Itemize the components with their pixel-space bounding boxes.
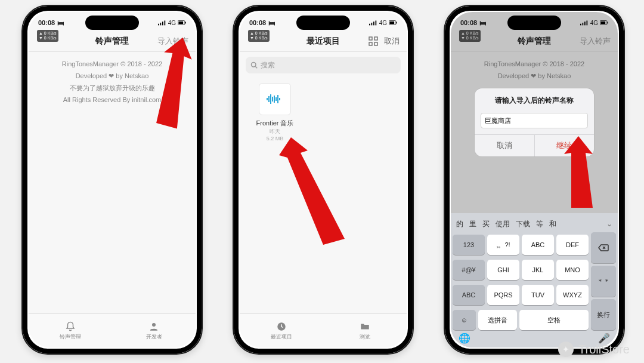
tab-label: 开发者 bbox=[146, 333, 162, 341]
svg-rect-13 bbox=[397, 22, 397, 24]
file-date: 昨天 bbox=[254, 128, 296, 135]
status-time: 00:08 bbox=[38, 19, 55, 26]
page-title: 铃声管理 bbox=[95, 36, 129, 47]
svg-rect-24 bbox=[272, 97, 273, 101]
dynamic-island bbox=[507, 16, 561, 30]
battery-icon bbox=[389, 20, 397, 26]
svg-rect-10 bbox=[373, 21, 374, 25]
wechat-icon: ✦ bbox=[558, 342, 574, 357]
tab-recents[interactable]: 最近项目 bbox=[240, 314, 323, 347]
signal-icon bbox=[369, 20, 377, 26]
key-jkl[interactable]: JKL bbox=[522, 260, 554, 280]
tab-browse[interactable]: 浏览 bbox=[323, 314, 407, 347]
svg-rect-22 bbox=[268, 96, 270, 102]
key-ghi[interactable]: GHI bbox=[487, 260, 519, 280]
chevron-down-icon[interactable]: ⌄ bbox=[606, 220, 612, 228]
candidate[interactable]: 的 bbox=[456, 219, 463, 229]
key-punct[interactable]: ,。?! bbox=[487, 235, 519, 255]
page-title: 最近项目 bbox=[306, 36, 340, 47]
svg-rect-3 bbox=[164, 21, 165, 26]
svg-rect-17 bbox=[369, 42, 372, 45]
key-mno[interactable]: MNO bbox=[556, 260, 589, 280]
tabbar: 最近项目 浏览 bbox=[240, 313, 407, 347]
tab-label: 最近项目 bbox=[271, 333, 292, 341]
clock-icon bbox=[276, 321, 287, 332]
about-text: RingTonesManager © 2018 - 2022 Developed… bbox=[29, 52, 196, 112]
folder-icon bbox=[360, 321, 370, 332]
bed-icon: 🛏 bbox=[268, 19, 275, 26]
search-placeholder: 搜索 bbox=[261, 60, 275, 70]
svg-rect-1 bbox=[160, 23, 161, 25]
key-symbols[interactable]: #@¥ bbox=[453, 260, 485, 280]
candidate[interactable]: 里 bbox=[469, 219, 476, 229]
key-abc-mode[interactable]: ABC bbox=[453, 285, 485, 305]
key-def[interactable]: DEF bbox=[556, 235, 589, 255]
svg-rect-25 bbox=[274, 96, 275, 103]
file-item[interactable]: Frontier 音乐 昨天 5.2 MB bbox=[254, 83, 296, 142]
key-tuv[interactable]: TUV bbox=[522, 285, 554, 305]
alert-continue-button[interactable]: 继续 bbox=[535, 135, 595, 156]
svg-point-19 bbox=[252, 63, 256, 67]
watermark-text: TrollStore bbox=[578, 343, 630, 356]
key-wxyz[interactable]: WXYZ bbox=[556, 285, 589, 305]
navbar: 最近项目 取消 bbox=[240, 31, 407, 52]
svg-rect-0 bbox=[158, 24, 159, 26]
alert-input[interactable]: 巨魔商店 bbox=[481, 113, 588, 128]
key-abc[interactable]: ABC bbox=[522, 235, 554, 255]
globe-icon[interactable]: 🌐 bbox=[459, 333, 470, 344]
alert-input-value: 巨魔商店 bbox=[485, 116, 511, 125]
key-pqrs[interactable]: PQRS bbox=[487, 285, 519, 305]
svg-rect-23 bbox=[270, 94, 271, 104]
key-space[interactable]: 空格 bbox=[519, 310, 589, 330]
svg-rect-16 bbox=[374, 37, 377, 40]
svg-rect-15 bbox=[369, 37, 372, 40]
tabbar: 铃声管理 开发者 bbox=[29, 313, 196, 347]
signal-icon bbox=[158, 20, 166, 26]
svg-rect-26 bbox=[275, 97, 277, 101]
key-123[interactable]: 123 bbox=[453, 235, 485, 255]
cancel-button[interactable]: 取消 bbox=[384, 36, 400, 47]
svg-rect-5 bbox=[185, 22, 186, 24]
bed-icon: 🛏 bbox=[57, 19, 64, 26]
tab-developer[interactable]: 开发者 bbox=[112, 314, 196, 347]
svg-rect-9 bbox=[371, 23, 372, 25]
svg-rect-11 bbox=[375, 21, 376, 26]
candidate[interactable]: 使用 bbox=[496, 219, 510, 229]
file-name: Frontier 音乐 bbox=[254, 119, 296, 128]
key-pinyin[interactable]: 选拼音 bbox=[478, 310, 517, 330]
svg-rect-27 bbox=[277, 95, 278, 103]
about-line: 不要为了越狱放弃升级的乐趣 bbox=[37, 82, 187, 94]
svg-rect-2 bbox=[162, 21, 163, 25]
emoji-key[interactable]: ☺ bbox=[453, 310, 476, 330]
confirm-key[interactable]: ＊＊ bbox=[591, 266, 616, 297]
svg-rect-21 bbox=[267, 98, 268, 100]
alert-cancel-button[interactable]: 取消 bbox=[475, 135, 535, 156]
status-time: 00:08 bbox=[249, 19, 266, 26]
candidate[interactable]: 等 bbox=[536, 219, 543, 229]
dynamic-island bbox=[85, 16, 139, 30]
tab-ringtones[interactable]: 铃声管理 bbox=[29, 314, 112, 347]
person-icon bbox=[148, 321, 159, 332]
file-size: 5.2 MB bbox=[254, 135, 296, 142]
tab-label: 铃声管理 bbox=[60, 333, 81, 341]
search-input[interactable]: 搜索 bbox=[246, 57, 401, 73]
bell-icon bbox=[65, 321, 76, 332]
about-line: Developed ❤ by Netskao bbox=[37, 70, 187, 82]
return-key[interactable]: 换行 bbox=[591, 299, 616, 330]
import-button[interactable]: 导入铃声 bbox=[157, 36, 188, 47]
watermark: ✦ TrollStore bbox=[558, 342, 630, 357]
keyboard: 的 里 买 使用 下载 等 和 ⌄ 123 ,。?! ABC D bbox=[451, 213, 618, 347]
svg-rect-8 bbox=[369, 24, 370, 26]
candidate-bar[interactable]: 的 里 买 使用 下载 等 和 ⌄ bbox=[453, 216, 616, 232]
grid-view-icon[interactable] bbox=[369, 36, 378, 46]
svg-rect-28 bbox=[279, 98, 280, 100]
backspace-key[interactable] bbox=[591, 232, 616, 263]
candidate[interactable]: 和 bbox=[549, 219, 556, 229]
network-label: 4G bbox=[168, 20, 176, 26]
candidate[interactable]: 买 bbox=[482, 219, 490, 229]
about-line: RingTonesManager © 2018 - 2022 bbox=[37, 58, 187, 70]
rename-alert: 请输入导入后的铃声名称 巨魔商店 取消 继续 bbox=[475, 88, 594, 156]
candidate[interactable]: 下载 bbox=[516, 219, 530, 229]
battery-icon bbox=[178, 20, 186, 26]
svg-rect-18 bbox=[374, 42, 377, 45]
